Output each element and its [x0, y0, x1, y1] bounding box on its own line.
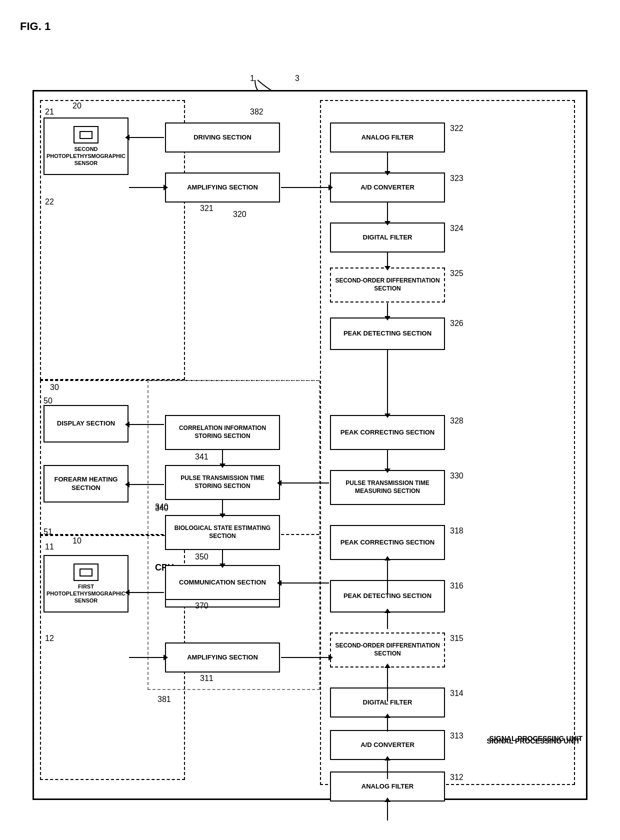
digital-filter-top-label: DIGITAL FILTER — [363, 234, 412, 242]
arrow-2nd-to-peak-top — [387, 303, 388, 316]
ref-324: 324 — [450, 224, 464, 233]
arrow-drive-to-sensor-top — [129, 137, 164, 138]
arrow-pulse-to-storing — [281, 482, 329, 484]
pulse-trans-measuring-label: PULSE TRANSMISSION TIME MEASURING SECTIO… — [333, 480, 442, 495]
second-order-diff-top-box: SECOND-ORDER DIFFERENTIATION SECTION — [330, 268, 445, 302]
ref-330: 330 — [450, 472, 464, 480]
arrow-amp-to-analog-bottom — [281, 657, 329, 658]
peak-detecting-top-label: PEAK DETECTING SECTION — [344, 330, 432, 338]
ref-10: 10 — [72, 536, 82, 546]
amplifying-section-top-box: AMPLIFYING SECTION — [165, 172, 280, 202]
ref-382: 382 — [250, 108, 264, 116]
second-order-diff-top-label: SECOND-ORDER DIFFERENTIATION SECTION — [333, 277, 442, 292]
amplifying-section-bottom-box: AMPLIFYING SECTION — [165, 642, 280, 672]
ref-50: 50 — [44, 396, 52, 406]
ref-30: 30 — [50, 383, 59, 392]
ref-370: 370 — [195, 602, 208, 610]
ref-312: 312 — [450, 773, 464, 782]
figure-label: FIG. 1 — [20, 20, 50, 33]
pulse-trans-measuring-box: PULSE TRANSMISSION TIME MEASURING SECTIO… — [330, 470, 445, 505]
arrow-ad-to-digital-top — [387, 202, 388, 222]
pulse-trans-storing-label: PULSE TRANSMISSION TIME STORING SECTION — [168, 474, 277, 490]
arrow-correct-to-pulse — [387, 450, 388, 469]
arrow-analog-to-ad-top — [387, 152, 388, 172]
peak-correcting-bottom-box: PEAK CORRECTING SECTION — [330, 525, 445, 560]
ad-converter-top-box: A/D CONVERTER — [330, 172, 445, 202]
ad-converter-top-label: A/D CONVERTER — [360, 184, 414, 192]
ref-323: 323 — [450, 174, 464, 183]
biological-state-label: BIOLOGICAL STATE ESTIMATING SECTION — [168, 524, 277, 540]
second-order-diff-bottom-box: SECOND-ORDER DIFFERENTIATION SECTION — [330, 632, 445, 668]
display-label: DISPLAY SECTION — [57, 420, 115, 428]
ref-21: 21 — [45, 108, 54, 116]
ref-3: 3 — [295, 74, 300, 83]
ref-341: 341 — [195, 452, 208, 462]
arrow-digital-to-2nd-top — [387, 252, 388, 266]
analog-filter-top-label: ANALOG FILTER — [362, 134, 414, 142]
analog-filter-bottom-label: ANALOG FILTER — [362, 782, 414, 791]
ref-313: 313 — [450, 732, 464, 740]
ref-322: 322 — [450, 124, 464, 133]
forearm-heating-label: FOREARM HEATING SECTION — [46, 476, 126, 492]
communication-label: COMMUNICATION SECTION — [179, 578, 266, 587]
arrow-amp-to-analog-top — [281, 187, 329, 188]
second-sensor-label: SECOND PHOTOPLETHYSMOGRAPHIC SENSOR — [46, 146, 126, 167]
amplifying-section-bottom-label: AMPLIFYING SECTION — [187, 654, 258, 662]
ref-20: 20 — [72, 102, 82, 110]
ref-328: 328 — [450, 416, 464, 426]
ad-converter-bottom-box: A/D CONVERTER — [330, 730, 445, 760]
ref-325: 325 — [450, 269, 464, 278]
second-order-diff-bottom-label: SECOND-ORDER DIFFERENTIATION SECTION — [333, 642, 442, 658]
ref-314: 314 — [450, 689, 464, 698]
display-section-box: DISPLAY SECTION — [44, 405, 128, 442]
arrow-sensor-to-amp-top — [129, 187, 164, 188]
ref-22: 22 — [45, 198, 54, 206]
first-sensor-label: FIRST PHOTOPLETHYSMOGRAPHIC SENSOR — [46, 583, 126, 604]
arrow-correct-to-detect-bottom — [387, 612, 388, 629]
ad-converter-bottom-label: A/D CONVERTER — [360, 741, 414, 750]
ref-318: 318 — [450, 526, 464, 536]
biological-state-box: BIOLOGICAL STATE ESTIMATING SECTION — [165, 515, 280, 550]
forearm-heating-box: FOREARM HEATING SECTION — [44, 465, 128, 502]
ref-12: 12 — [45, 634, 54, 643]
digital-filter-top-box: DIGITAL FILTER — [330, 222, 445, 252]
pulse-trans-storing-box: PULSE TRANSMISSION TIME STORING SECTION — [165, 465, 280, 500]
second-sensor-box: SECOND PHOTOPLETHYSMOGRAPHIC SENSOR — [44, 118, 128, 175]
arrow-peak-to-comm — [281, 582, 329, 584]
ref-326: 326 — [450, 319, 464, 328]
arrow-2nd-to-digital-bottom — [387, 718, 388, 732]
peak-correcting-bottom-label: PEAK CORRECTING SECTION — [340, 538, 435, 547]
arrow-corr-to-bio — [222, 450, 223, 464]
ref-350: 350 — [195, 552, 208, 562]
arrow-storing-to-bio — [222, 500, 223, 514]
arrow-drive-to-sensor-bottom — [129, 592, 164, 593]
arrow-bio-to-forearm — [129, 484, 164, 485]
ref-340-2: 340 — [155, 502, 168, 512]
ref-321: 321 — [200, 204, 214, 213]
driving-section-top-label: DRIVING SECTION — [194, 134, 252, 142]
arrow-digital-to-ad-bottom — [387, 760, 388, 779]
first-sensor-box: FIRST PHOTOPLETHYSMOGRAPHIC SENSOR — [44, 555, 128, 612]
correlation-info-label: CORRELATION INFORMATION STORING SECTION — [168, 424, 277, 440]
communication-box: COMMUNICATION SECTION — [165, 565, 280, 600]
analog-filter-top-box: ANALOG FILTER — [330, 122, 445, 152]
arrow-sensor-to-amp-bottom — [129, 657, 164, 658]
ref-381: 381 — [158, 695, 171, 704]
arrow-pulse-to-correct-bottom — [387, 560, 388, 594]
amplifying-section-top-label: AMPLIFYING SECTION — [187, 184, 258, 192]
ref-11: 11 — [45, 542, 54, 552]
arrow-bio-to-comm — [222, 550, 223, 564]
ref-311: 311 — [200, 674, 214, 683]
peak-correcting-top-label: PEAK CORRECTING SECTION — [340, 428, 435, 437]
ref-315: 315 — [450, 634, 464, 643]
driving-section-top-box: DRIVING SECTION — [165, 122, 280, 152]
arrow-detect-to-2nd-bottom — [387, 668, 388, 702]
ref-320: 320 — [233, 210, 246, 219]
arrow-peak-detect-to-correct-top — [387, 350, 388, 414]
signal-processing-unit-label: SIGNAL PROCESSING UNIT — [487, 737, 580, 745]
ref-316: 316 — [450, 582, 464, 590]
peak-detecting-top-box: PEAK DETECTING SECTION — [330, 318, 445, 350]
arrow-ad-to-analog-bottom — [387, 802, 388, 820]
correlation-info-box: CORRELATION INFORMATION STORING SECTION — [165, 415, 280, 450]
peak-correcting-top-box: PEAK CORRECTING SECTION — [330, 415, 445, 450]
